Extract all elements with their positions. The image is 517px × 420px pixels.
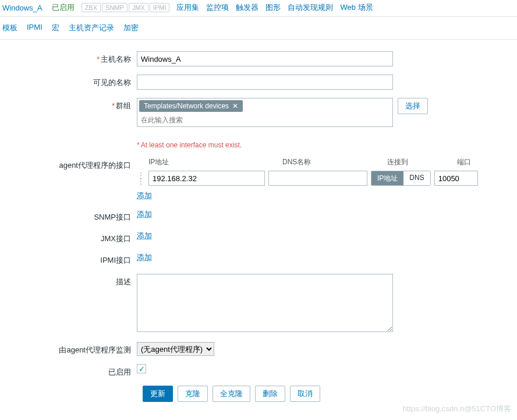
tab-discovery[interactable]: 自动发现规则 [288, 2, 333, 13]
col-port: 端口 [457, 157, 515, 167]
watermark: https://blog.csdn.n@51CTO博客 [403, 404, 511, 408]
agent-interface-row: ⋮⋮⋮⋮ IP地址 DNS [137, 171, 517, 186]
add-snmp-interface-link[interactable]: 添加 [137, 209, 152, 220]
tab-inventory[interactable]: 主机资产记录 [69, 23, 114, 33]
tab-encryption[interactable]: 加密 [123, 23, 139, 33]
label-enabled: 已启用 [0, 364, 137, 377]
host-form: *主机名称 可见的名称 *群组 Templates/Network device… [0, 40, 517, 408]
tab-macros[interactable]: 宏 [52, 23, 59, 33]
tab-host-link[interactable]: Windows_A [0, 3, 45, 12]
groups-tagbox[interactable]: Templates/Network devices✕ [137, 98, 393, 127]
badge-ipmi: IPMI [150, 3, 170, 12]
hostname-input[interactable] [137, 51, 393, 66]
tab-web[interactable]: Web 场景 [340, 2, 373, 13]
protocol-badges: ZBX SNMP JMX IPMI [82, 3, 170, 12]
group-tag: Templates/Network devices✕ [139, 100, 243, 112]
delete-button[interactable]: 删除 [255, 386, 285, 402]
connect-to-toggle[interactable]: IP地址 DNS [371, 171, 431, 186]
update-button[interactable]: 更新 [143, 386, 173, 402]
add-agent-interface-link[interactable]: 添加 [137, 190, 152, 201]
badge-zbx: ZBX [82, 3, 101, 12]
cancel-button[interactable]: 取消 [290, 386, 320, 402]
enabled-checkbox[interactable]: ✓ [137, 364, 146, 373]
label-monitored-by: 由agent代理程序监测 [0, 342, 137, 355]
dns-input[interactable] [268, 171, 367, 186]
label-snmp-interface: SNMP接口 [0, 209, 137, 223]
add-ipmi-interface-link[interactable]: 添加 [137, 252, 152, 263]
sub-tabs: 模板 IPMI 宏 主机资产记录 加密 [0, 17, 517, 40]
tab-items[interactable]: 监控项 [206, 2, 229, 13]
interface-required-hint: *At least one interface must exist. [137, 141, 517, 149]
visiblename-input[interactable] [137, 75, 393, 90]
footer-buttons: 更新 克隆 全克隆 删除 取消 [143, 386, 517, 402]
connect-dns-option[interactable]: DNS [403, 171, 430, 185]
tab-ipmi[interactable]: IPMI [27, 23, 43, 33]
badge-jmx: JMX [129, 3, 148, 12]
label-hostname: *主机名称 [0, 51, 137, 65]
label-groups: *群组 [0, 98, 137, 111]
remove-group-icon[interactable]: ✕ [232, 102, 238, 110]
host-status: 已启用 [52, 2, 75, 13]
groups-search-input[interactable] [137, 114, 388, 126]
col-ip: IP地址 [148, 157, 282, 167]
label-description: 描述 [0, 274, 137, 287]
tab-graphs[interactable]: 图形 [265, 2, 281, 13]
label-jmx-interface: JMX接口 [0, 231, 137, 244]
add-jmx-interface-link[interactable]: 添加 [137, 231, 152, 241]
label-visiblename: 可见的名称 [0, 75, 137, 88]
port-input[interactable] [434, 171, 478, 186]
drag-handle-icon[interactable]: ⋮⋮⋮⋮ [137, 172, 145, 184]
col-dns: DNS名称 [282, 157, 387, 167]
label-agent-interface: agent代理程序的接口 [0, 157, 137, 171]
col-connect: 连接到 [387, 157, 457, 167]
tab-applications[interactable]: 应用集 [176, 2, 199, 13]
tab-triggers[interactable]: 触发器 [236, 2, 258, 13]
connect-ip-option[interactable]: IP地址 [371, 171, 403, 185]
ip-input[interactable] [148, 171, 265, 186]
proxy-select[interactable]: (无agent代理程序) [137, 342, 214, 356]
full-clone-button[interactable]: 全克隆 [213, 386, 250, 402]
clone-button[interactable]: 克隆 [178, 386, 208, 402]
tab-templates[interactable]: 模板 [2, 23, 17, 33]
badge-snmp: SNMP [102, 3, 128, 12]
top-tabs: Windows_A 已启用 ZBX SNMP JMX IPMI 应用集 监控项 … [0, 0, 517, 17]
description-textarea[interactable] [137, 274, 393, 332]
label-ipmi-interface: IPMI接口 [0, 252, 137, 266]
select-groups-button[interactable]: 选择 [398, 98, 428, 114]
